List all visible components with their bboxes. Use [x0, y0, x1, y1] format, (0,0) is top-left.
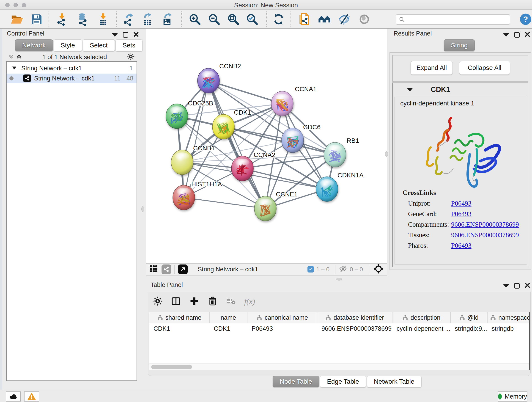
gear-icon[interactable]	[127, 53, 135, 61]
network-node-RB1[interactable]	[324, 142, 346, 167]
column-tree-icon	[157, 315, 163, 321]
tab-network-table[interactable]: Network Table	[367, 376, 422, 387]
control-panel-title: Control Panel	[7, 30, 44, 37]
collapse-all-button[interactable]: Collapse All	[459, 61, 510, 75]
warning-button[interactable]	[24, 391, 39, 402]
gene-collapse-icon[interactable]	[407, 88, 413, 91]
refresh-icon[interactable]	[271, 12, 286, 27]
expand-all-chevrons-icon[interactable]	[16, 53, 22, 61]
tab-style[interactable]: Style	[54, 39, 82, 51]
results-panel-menu-icon[interactable]	[503, 33, 509, 37]
column-header-database-identifier[interactable]: database identifier	[317, 312, 393, 323]
control-panel-close-icon[interactable]	[133, 32, 139, 38]
network-node-CDC25B[interactable]	[166, 104, 188, 128]
open-session-folder-icon[interactable]	[9, 12, 24, 27]
delete-table-icon[interactable]	[226, 296, 236, 307]
birds-eye-view-icon[interactable]	[162, 264, 171, 274]
open-in-window-icon[interactable]	[178, 264, 188, 274]
splitter-handle-left[interactable]	[141, 206, 144, 212]
crosshair-move-icon[interactable]	[374, 264, 384, 275]
horizontal-scrollbar	[149, 364, 529, 370]
memory-label: Memory	[505, 393, 527, 400]
control-panel-menu-icon[interactable]	[112, 33, 118, 37]
search-field	[396, 14, 510, 25]
column-header-@id[interactable]: @id	[451, 312, 488, 323]
results-panel-float-icon[interactable]	[514, 32, 520, 38]
network-collection-label: String Network – cdk1	[21, 65, 82, 72]
crosslink-value-link[interactable]: 9606.ENSP00000378699	[451, 221, 519, 228]
show-columns-icon[interactable]	[171, 296, 181, 307]
network-edge-HIST1H1A-CCNE1[interactable]	[184, 198, 265, 209]
network-collection-row[interactable]: String Network – cdk1 1	[7, 64, 137, 73]
zoom-out-magnifier-icon[interactable]	[207, 12, 221, 27]
hidden-eye-slash-icon[interactable]	[339, 264, 347, 274]
network-edge-CCNB2-HIST1H1A[interactable]	[184, 81, 209, 198]
crosslink-value-link[interactable]: P06493	[451, 200, 472, 207]
save-session-floppy-icon[interactable]	[29, 12, 44, 27]
cloud-button[interactable]	[6, 391, 21, 402]
tab-node-table[interactable]: Node Table	[273, 376, 319, 387]
scrollbar-thumb[interactable]	[151, 365, 192, 369]
zoom-in-magnifier-icon[interactable]	[187, 12, 202, 27]
zoom-fit-magnifier-icon[interactable]	[226, 12, 241, 27]
tab-network[interactable]: Network	[15, 39, 53, 51]
delete-column-trash-icon[interactable]	[208, 296, 218, 307]
network-canvas[interactable]: CCNB2CCNA1CDC25BCDK1CDC6RB1CCNB1CCNA2CDK…	[146, 29, 387, 263]
export-image-icon[interactable]	[160, 12, 175, 27]
add-column-icon[interactable]	[189, 296, 199, 307]
network-edge-CCNB2-CCNA1[interactable]	[209, 81, 282, 104]
network-node-CCNE1[interactable]	[254, 196, 276, 221]
table-row[interactable]: CDK1CDK1P064939606.ENSP00000378699cyclin…	[149, 324, 529, 334]
table-panel-close-icon[interactable]	[525, 283, 530, 289]
results-panel-close-icon[interactable]	[525, 32, 530, 38]
column-header-shared-name[interactable]: shared name	[149, 312, 210, 323]
expand-all-button[interactable]: Expand All	[411, 61, 453, 75]
column-header-name[interactable]: name	[210, 312, 247, 323]
column-header-namespace[interactable]: namespace	[488, 312, 529, 323]
network-node-CCNB2[interactable]	[197, 68, 220, 93]
network-node-CDC6[interactable]	[282, 128, 304, 153]
crosslink-value-link[interactable]: P06493	[451, 242, 472, 249]
selected-checkbox[interactable]: ✓	[307, 266, 314, 273]
crosslink-value-link[interactable]: P06493	[451, 210, 472, 217]
function-builder-icon[interactable]: f(x)	[244, 297, 255, 306]
homes-icon[interactable]	[317, 12, 332, 27]
document-network-icon[interactable]	[297, 12, 312, 27]
network-node-CCNA2[interactable]	[231, 156, 253, 181]
tree-expander-icon[interactable]	[12, 65, 17, 72]
splitter-handle-right[interactable]	[385, 151, 388, 157]
column-header-description[interactable]: description	[393, 312, 451, 323]
control-panel-float-icon[interactable]	[123, 32, 128, 38]
table-panel-float-icon[interactable]	[514, 283, 520, 288]
column-header-canonical-name[interactable]: canonical name	[247, 312, 317, 323]
tab-string[interactable]: String	[444, 39, 475, 51]
network-node-CCNA1[interactable]	[271, 91, 293, 116]
export-network-icon[interactable]	[121, 12, 136, 27]
gene-name: CDK1	[431, 85, 450, 94]
main-toolbar: ?	[0, 10, 532, 29]
grid-view-icon[interactable]	[149, 264, 158, 274]
network-node-HIST1H1A[interactable]	[173, 185, 195, 210]
network-node-CDK1[interactable]	[212, 114, 234, 139]
table-gear-icon[interactable]	[152, 296, 163, 307]
network-row-selected[interactable]: String Network – cdk1 11 48	[7, 74, 137, 83]
import-network-database-icon[interactable]	[75, 12, 90, 27]
memory-button[interactable]: Memory	[498, 391, 527, 402]
import-network-icon[interactable]	[55, 12, 69, 27]
eye-slash-icon[interactable]	[337, 12, 351, 27]
splitter-handle-horizontal[interactable]	[336, 278, 342, 281]
tab-edge-table[interactable]: Edge Table	[320, 376, 366, 387]
tab-sets[interactable]: Sets	[115, 39, 143, 51]
search-input[interactable]	[405, 16, 503, 23]
import-table-icon[interactable]	[96, 12, 110, 27]
collapse-all-chevrons-icon[interactable]	[8, 53, 14, 61]
crosslink-value-link[interactable]: 9606.ENSP00000378699	[451, 231, 519, 239]
table-panel-menu-icon[interactable]	[503, 284, 509, 288]
network-node-CDKN1A[interactable]	[316, 177, 338, 201]
zoom-selected-magnifier-icon[interactable]	[245, 12, 259, 27]
tab-select[interactable]: Select	[83, 39, 115, 51]
help-icon[interactable]: ?	[518, 12, 532, 27]
export-table-icon[interactable]	[140, 12, 155, 27]
eye-icon[interactable]	[357, 12, 372, 27]
network-node-CCNB1[interactable]	[171, 150, 193, 175]
